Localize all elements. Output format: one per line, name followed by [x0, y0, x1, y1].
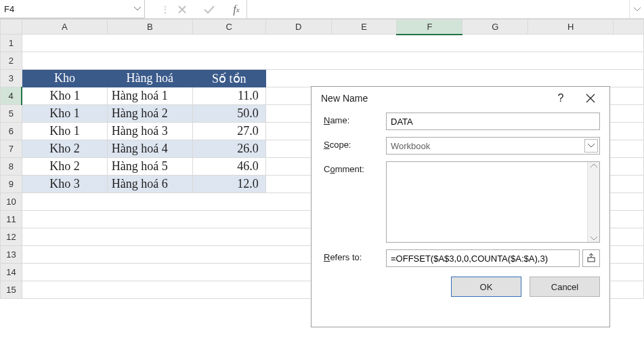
ok-button[interactable]: OK	[451, 277, 521, 297]
svg-rect-0	[588, 258, 595, 262]
name-input[interactable]	[386, 113, 600, 130]
comment-textarea[interactable]	[386, 161, 600, 243]
row-8[interactable]: 8	[1, 158, 22, 176]
cell-C6[interactable]: 27.0	[192, 123, 265, 140]
cell-B4[interactable]: Hàng hoá 1	[107, 87, 192, 105]
col-A[interactable]: A	[22, 20, 107, 35]
formula-bar-separator: ⋮	[164, 0, 167, 18]
row-7[interactable]: 7	[1, 140, 22, 158]
cell-B8[interactable]: Hàng hoá 5	[107, 158, 192, 176]
row-13[interactable]: 13	[1, 246, 22, 264]
formula-bar-buttons: fx	[172, 0, 246, 18]
cell-B5[interactable]: Hàng hoá 2	[107, 105, 192, 123]
row-1[interactable]: 1	[1, 35, 22, 52]
row-2[interactable]: 2	[1, 52, 22, 70]
row-6[interactable]: 6	[1, 123, 22, 140]
row-4[interactable]: 4	[1, 87, 22, 105]
scope-dropdown-button[interactable]	[584, 139, 598, 153]
col-E[interactable]: E	[331, 20, 397, 35]
comment-scrollbar[interactable]	[587, 162, 599, 242]
name-box-dropdown-icon[interactable]	[132, 3, 143, 14]
col-H[interactable]: H	[528, 20, 614, 35]
cell-B6[interactable]: Hàng hoá 3	[107, 123, 192, 140]
table-header-soton: Số tồn	[192, 70, 265, 87]
cell-A8[interactable]: Kho 2	[22, 158, 107, 176]
cell-A7[interactable]: Kho 2	[22, 140, 107, 158]
cancel-button[interactable]: Cancel	[530, 277, 600, 297]
refers-to-collapse-button[interactable]	[582, 249, 600, 267]
name-box-value: F4	[4, 4, 14, 14]
name-label: Name:	[324, 113, 386, 125]
table-header-hanghoa: Hàng hoá	[107, 70, 192, 87]
cell-C4[interactable]: 11.0	[192, 87, 265, 105]
dialog-close-button[interactable]	[576, 87, 605, 110]
dialog-titlebar[interactable]: New Name ?	[312, 87, 609, 110]
formula-bar: F4 ⋮ fx	[0, 0, 644, 19]
new-name-dialog: New Name ? Name: Scope: Workbook Comment…	[311, 86, 610, 327]
cell-C9[interactable]: 12.0	[192, 176, 265, 193]
table-header-kho: Kho	[22, 70, 107, 87]
row-5[interactable]: 5	[1, 105, 22, 123]
col-F[interactable]: F	[397, 20, 463, 35]
select-all-corner[interactable]	[1, 20, 22, 35]
scroll-down-icon[interactable]	[591, 237, 597, 241]
cell-B9[interactable]: Hàng hoá 6	[107, 176, 192, 193]
row-9[interactable]: 9	[1, 176, 22, 193]
row-3[interactable]: 3	[1, 70, 22, 87]
scope-dropdown[interactable]: Workbook	[386, 137, 600, 155]
row-11[interactable]: 11	[1, 211, 22, 228]
col-B[interactable]: B	[107, 20, 192, 35]
scroll-up-icon[interactable]	[591, 163, 597, 167]
cell-C8[interactable]: 46.0	[192, 158, 265, 176]
col-D[interactable]: D	[265, 20, 331, 35]
scope-value: Workbook	[391, 141, 430, 151]
fx-icon[interactable]: fx	[230, 3, 242, 16]
cell-A5[interactable]: Kho 1	[22, 105, 107, 123]
formula-input[interactable]	[246, 0, 629, 18]
cell-A6[interactable]: Kho 1	[22, 123, 107, 140]
cell-B7[interactable]: Hàng hoá 4	[107, 140, 192, 158]
dialog-title: New Name	[321, 93, 546, 104]
formula-bar-expand-icon[interactable]	[629, 0, 644, 18]
row-14[interactable]: 14	[1, 264, 22, 281]
cell-C7[interactable]: 26.0	[192, 140, 265, 158]
cancel-formula-icon	[176, 3, 188, 16]
row-12[interactable]: 12	[1, 228, 22, 246]
cell-C5[interactable]: 50.0	[192, 105, 265, 123]
scope-label: Scope:	[324, 137, 386, 150]
enter-formula-icon	[203, 3, 215, 16]
comment-label: Comment:	[324, 161, 386, 174]
col-G[interactable]: G	[463, 20, 528, 35]
cell-A9[interactable]: Kho 3	[22, 176, 107, 193]
dialog-help-button[interactable]: ?	[546, 87, 576, 110]
refers-to-label: Refers to:	[324, 249, 386, 262]
row-15[interactable]: 15	[1, 281, 22, 299]
refers-to-input[interactable]	[386, 249, 580, 267]
col-C[interactable]: C	[192, 20, 265, 35]
row-10[interactable]: 10	[1, 193, 22, 211]
cell-A4[interactable]: Kho 1	[22, 87, 107, 105]
col-edge	[613, 20, 643, 35]
column-header-row: A B C D E F G H	[1, 20, 644, 35]
name-box[interactable]: F4	[0, 0, 145, 18]
